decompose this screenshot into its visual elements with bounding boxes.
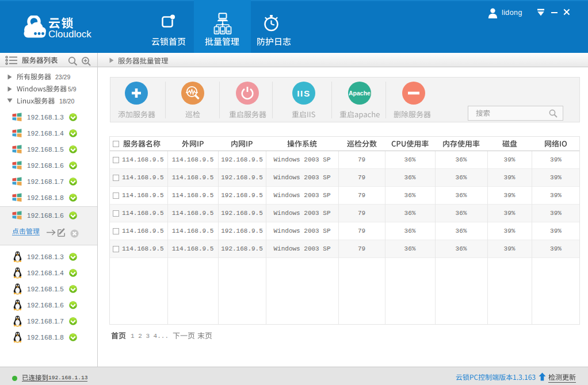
- svg-text:IIS: IIS: [297, 88, 310, 98]
- svg-text:Apache: Apache: [349, 90, 371, 97]
